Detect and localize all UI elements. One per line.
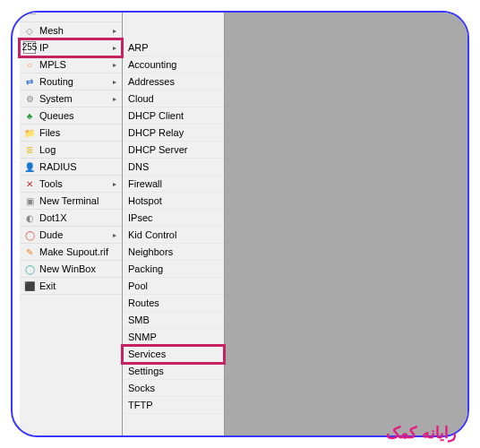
submenu-item-services[interactable]: Services xyxy=(123,346,224,363)
chevron-right-icon: ▸ xyxy=(111,27,118,35)
submenu-item-arp[interactable]: ARP xyxy=(123,39,224,56)
submenu-item-label: Pool xyxy=(128,280,148,291)
submenu-item-socks[interactable]: Socks xyxy=(123,380,224,397)
submenu-item-label: Addresses xyxy=(128,76,175,87)
sidebar-item-files[interactable]: 📁Files xyxy=(20,125,122,142)
submenu-item-label: Packing xyxy=(128,263,163,274)
chevron-right-icon: ▸ xyxy=(111,44,118,52)
submenu-item-settings[interactable]: Settings xyxy=(123,363,224,380)
sidebar-item-label: Dude xyxy=(39,229,111,240)
submenu-item-tftp[interactable]: TFTP xyxy=(123,397,224,414)
submenu-item-routes[interactable]: Routes xyxy=(123,295,224,312)
submenu-item-accounting[interactable]: Accounting xyxy=(123,56,224,73)
submenu-item-label: IPsec xyxy=(128,212,153,223)
ip-submenu: ARPAccountingAddressesCloudDHCP ClientDH… xyxy=(123,11,225,437)
radius-icon: 👤 xyxy=(23,160,36,173)
submenu-item-dhcp-client[interactable]: DHCP Client xyxy=(123,108,224,125)
sidebar-item-row-0[interactable]: ── xyxy=(20,11,122,22)
submenu-item-packing[interactable]: Packing xyxy=(123,261,224,278)
system-icon: ⚙ xyxy=(23,92,36,105)
sidebar-item-label: New Terminal xyxy=(39,195,118,206)
submenu-item-label: DNS xyxy=(128,161,149,172)
sidebar-item-label: MPLS xyxy=(39,59,111,70)
sidebar-item-label: Queues xyxy=(39,110,118,121)
sidebar-item-label: System xyxy=(39,93,111,104)
sidebar-item-mpls[interactable]: ○MPLS▸ xyxy=(20,56,122,73)
sidebar-item-dot1x[interactable]: ◐Dot1X xyxy=(20,210,122,227)
sidebar-item-make-supout-rif[interactable]: ✎Make Supout.rif xyxy=(20,244,122,261)
sidebar-item-log[interactable]: ≣Log xyxy=(20,142,122,159)
tools-icon: ✕ xyxy=(23,177,36,190)
submenu-item-label: Hotspot xyxy=(128,195,162,206)
app-window: ──◇Mesh▸255IP▸○MPLS▸⇄Routing▸⚙System▸♣Qu… xyxy=(20,11,467,437)
chevron-right-icon: ▸ xyxy=(111,180,118,188)
chevron-right-icon: ▸ xyxy=(111,61,118,69)
submenu-item-dhcp-relay[interactable]: DHCP Relay xyxy=(123,125,224,142)
exit-icon: ⬛ xyxy=(23,280,36,292)
sidebar-item-label: Dot1X xyxy=(39,212,118,223)
row-0-icon: ── xyxy=(23,11,36,20)
submenu-item-ipsec[interactable]: IPsec xyxy=(123,210,224,227)
sidebar-item-new-winbox[interactable]: ◯New WinBox xyxy=(20,261,122,278)
sidebar-item-label: Exit xyxy=(39,280,118,291)
submenu-item-label: DHCP Server xyxy=(128,144,187,155)
make-supout-rif-icon: ✎ xyxy=(23,246,36,258)
submenu-item-addresses[interactable]: Addresses xyxy=(123,73,224,90)
submenu-item-label: DHCP Relay xyxy=(128,127,184,138)
submenu-item-label: Socks xyxy=(128,383,155,393)
brand-watermark: رایانه کمک xyxy=(386,423,457,443)
mesh-icon: ◇ xyxy=(23,24,36,37)
submenu-item-label: SMB xyxy=(128,314,150,325)
ip-icon: 255 xyxy=(23,41,36,54)
chevron-right-icon: ▸ xyxy=(111,95,118,103)
submenu-item-label: Accounting xyxy=(128,59,176,70)
chevron-right-icon: ▸ xyxy=(111,78,118,86)
sidebar-item-dude[interactable]: ◯Dude▸ xyxy=(20,227,122,244)
sidebar-item-label: IP xyxy=(39,42,111,53)
sidebar-item-new-terminal[interactable]: ▣New Terminal xyxy=(20,193,122,210)
sidebar-item-label: RADIUS xyxy=(39,161,118,172)
sidebar-item-system[interactable]: ⚙System▸ xyxy=(20,90,122,108)
app-frame: ──◇Mesh▸255IP▸○MPLS▸⇄Routing▸⚙System▸♣Qu… xyxy=(11,11,469,437)
sidebar-item-label: Log xyxy=(39,144,118,155)
submenu-item-label: DHCP Client xyxy=(128,110,184,121)
new-winbox-icon: ◯ xyxy=(23,263,36,275)
sidebar-item-exit[interactable]: ⬛Exit xyxy=(20,278,122,295)
sidebar-item-mesh[interactable]: ◇Mesh▸ xyxy=(20,22,122,39)
new-terminal-icon: ▣ xyxy=(23,194,36,207)
sidebar-item-queues[interactable]: ♣Queues xyxy=(20,108,122,125)
submenu-item-kid-control[interactable]: Kid Control xyxy=(123,227,224,244)
submenu-item-label: SNMP xyxy=(128,332,157,342)
sidebar-item-label: Tools xyxy=(39,178,111,189)
submenu-item-smb[interactable]: SMB xyxy=(123,312,224,329)
submenu-item-label: Firewall xyxy=(128,178,162,189)
queues-icon: ♣ xyxy=(23,109,36,122)
sidebar-item-tools[interactable]: ✕Tools▸ xyxy=(20,176,122,193)
submenu-item-neighbors[interactable]: Neighbors xyxy=(123,244,224,261)
sidebar-item-radius[interactable]: 👤RADIUS xyxy=(20,159,122,176)
submenu-item-snmp[interactable]: SNMP xyxy=(123,329,224,346)
submenu-item-label: ARP xyxy=(128,42,149,53)
routing-icon: ⇄ xyxy=(23,75,36,88)
log-icon: ≣ xyxy=(23,143,36,156)
files-icon: 📁 xyxy=(23,126,36,139)
dude-icon: ◯ xyxy=(23,228,36,241)
submenu-item-dns[interactable]: DNS xyxy=(123,159,224,176)
submenu-item-label: TFTP xyxy=(128,400,153,410)
submenu-item-label: Kid Control xyxy=(128,229,176,240)
sidebar-item-routing[interactable]: ⇄Routing▸ xyxy=(20,73,122,90)
submenu-item-label: Settings xyxy=(128,366,164,376)
submenu-item-pool[interactable]: Pool xyxy=(123,278,224,295)
chevron-right-icon: ▸ xyxy=(111,231,118,239)
mpls-icon: ○ xyxy=(23,58,36,71)
dot1x-icon: ◐ xyxy=(23,211,36,224)
sidebar-item-label: Routing xyxy=(39,76,111,87)
submenu-item-cloud[interactable]: Cloud xyxy=(123,90,224,108)
main-sidebar: ──◇Mesh▸255IP▸○MPLS▸⇄Routing▸⚙System▸♣Qu… xyxy=(20,11,123,437)
submenu-item-dhcp-server[interactable]: DHCP Server xyxy=(123,142,224,159)
sidebar-item-label: New WinBox xyxy=(39,263,118,274)
submenu-item-hotspot[interactable]: Hotspot xyxy=(123,193,224,210)
submenu-item-firewall[interactable]: Firewall xyxy=(123,176,224,193)
sidebar-item-ip[interactable]: 255IP▸ xyxy=(20,39,122,56)
submenu-item-label: Services xyxy=(128,349,166,359)
